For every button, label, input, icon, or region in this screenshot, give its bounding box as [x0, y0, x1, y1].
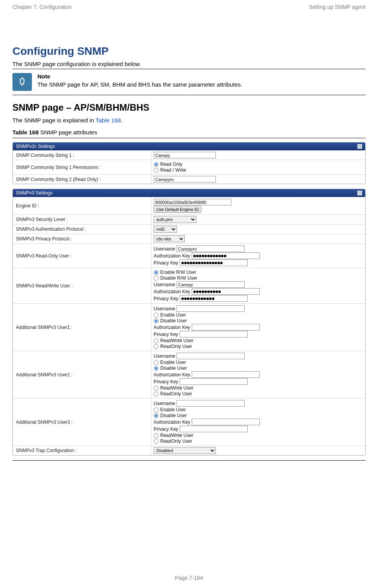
ro-username-input[interactable] [177, 245, 245, 252]
radio-readonly-user[interactable] [154, 344, 159, 349]
radio-label: Disable User [160, 365, 187, 371]
row-label: SNMPv3 Privacy Protocol : [13, 234, 151, 244]
divider [12, 95, 366, 95]
radio-enable-user[interactable] [154, 360, 159, 365]
radio-readonly-user[interactable] [154, 391, 159, 397]
radio-readwrite-user[interactable] [154, 433, 159, 438]
row-label: SNMP Community String 2 (Read Only) : [13, 175, 151, 184]
field-label: Authorization Key [154, 325, 190, 330]
header-right: Setting up SNMP agent [309, 4, 366, 10]
explain-post: . [121, 117, 122, 124]
community-string-1-input[interactable] [154, 152, 216, 158]
engine-id-input[interactable] [154, 199, 231, 205]
trap-config-select[interactable]: Disabled [154, 447, 216, 454]
note-icon [12, 73, 32, 91]
row-label: SNMPv3 Trap Configuration : [13, 446, 151, 455]
community-string-2-input[interactable] [154, 176, 216, 183]
table-ref-link[interactable]: Table 168 [96, 117, 121, 124]
security-level-select[interactable]: auth,priv [154, 216, 196, 223]
radio-disable-rw-user[interactable] [154, 276, 159, 281]
field-label: Username [154, 353, 175, 359]
priv-protocol-select[interactable]: cbc-des [154, 235, 185, 242]
intro-text: The SNMP page configuration is explained… [12, 61, 366, 67]
radio-disable-user[interactable] [154, 318, 159, 324]
add1-privkey-input[interactable] [180, 331, 248, 337]
radio-label: Disable User [160, 413, 187, 418]
radio-disable-user[interactable] [154, 413, 159, 418]
row-label: SNMPv3 Read-Only User : [13, 244, 151, 268]
explain-text: The SNMP page is explained in Table 168. [12, 117, 366, 124]
field-label: Username [154, 246, 175, 252]
radio-label: ReadOnly User [160, 344, 192, 349]
radio-readwrite-user[interactable] [154, 386, 159, 391]
add3-authkey-input[interactable] [192, 419, 260, 425]
field-label: Authorization Key [154, 372, 190, 378]
field-label: Privacy Key [154, 332, 178, 337]
radio-read-write[interactable] [154, 168, 159, 173]
add1-authkey-input[interactable] [192, 324, 260, 331]
field-label: Privacy Key [154, 379, 178, 384]
row-label: SNMP Community String 1 : [13, 151, 151, 160]
field-label: Username [154, 282, 175, 287]
add2-authkey-input[interactable] [192, 371, 260, 378]
note-text: The SNMP page for AP, SM, BHM and BHS ha… [37, 81, 366, 88]
add2-privkey-input[interactable] [180, 378, 248, 385]
field-label: Authorization Key [154, 253, 190, 259]
radio-read-only[interactable] [154, 162, 159, 167]
divider [12, 138, 366, 138]
radio-label: Enable User [160, 407, 186, 412]
field-label: Privacy Key [154, 426, 178, 432]
row-label: SNMPv3 Read/Write User : [13, 268, 151, 303]
rw-privkey-input[interactable] [180, 295, 248, 302]
add1-username-input[interactable] [177, 305, 245, 312]
radio-readwrite-user[interactable] [154, 338, 159, 343]
panel-title: SNMPv3 Settings [16, 190, 52, 196]
panel-snmpv3: SNMPv3 Settings Engine ID : Use Default … [12, 189, 366, 456]
use-default-engine-id-button[interactable]: Use Default Engine ID [154, 206, 201, 213]
row-label: Additional SNMPv3 User2 : [13, 351, 151, 398]
table-caption-rest: SNMP page attributes [38, 129, 97, 136]
radio-disable-user[interactable] [154, 366, 159, 371]
row-label: SNMP Community String 1 Permissions : [13, 160, 151, 174]
field-label: Authorization Key [154, 419, 190, 425]
field-label: Username [154, 401, 175, 406]
rw-username-input[interactable] [177, 281, 245, 288]
add3-username-input[interactable] [177, 400, 245, 407]
field-label: Privacy Key [154, 296, 178, 301]
radio-enable-user[interactable] [154, 313, 159, 318]
header-left: Chapter 7: Configuration [12, 4, 72, 10]
table-caption: Table 168 SNMP page attributes [12, 129, 366, 136]
radio-label: Disable User [160, 318, 187, 324]
radio-enable-rw-user[interactable] [154, 270, 159, 275]
radio-label: ReadOnly User [160, 391, 192, 397]
radio-label: Enable User [160, 360, 186, 365]
note-title: Note [37, 73, 366, 80]
row-label: Additional SNMPv3 User1 : [13, 304, 151, 351]
ro-authkey-input[interactable] [192, 252, 260, 259]
page-title: Configuring SNMP [12, 45, 366, 57]
section-heading: SNMP page – AP/SM/BHM/BHS [12, 102, 366, 113]
panel-snmpv2c: SNMPv2c Settings SNMP Community String 1… [12, 142, 366, 184]
row-label: Additional SNMPv3 User3 : [13, 398, 151, 445]
radio-label: Read / Write [160, 167, 186, 173]
radio-label: ReadWrite User [160, 433, 193, 438]
auth-protocol-select[interactable]: md5 [154, 226, 177, 233]
radio-readonly-user[interactable] [154, 439, 159, 444]
divider [12, 69, 366, 69]
table-caption-bold: Table 168 [12, 129, 38, 136]
ro-privkey-input[interactable] [180, 259, 248, 266]
field-label: Authorization Key [154, 289, 190, 294]
field-label: Username [154, 306, 175, 311]
radio-label: Read Only [160, 162, 182, 167]
collapse-icon[interactable] [357, 191, 362, 195]
page-footer: Page 7-184 [0, 575, 378, 581]
rw-authkey-input[interactable] [192, 288, 260, 295]
add3-privkey-input[interactable] [180, 426, 248, 432]
row-label: SNMPv3 Authentication Protocol : [13, 224, 151, 234]
radio-label: Enable R/W User [160, 270, 196, 275]
divider [12, 460, 366, 461]
collapse-icon[interactable] [357, 144, 362, 149]
add2-username-input[interactable] [177, 353, 245, 359]
radio-enable-user[interactable] [154, 407, 159, 412]
radio-label: ReadWrite User [160, 338, 193, 343]
